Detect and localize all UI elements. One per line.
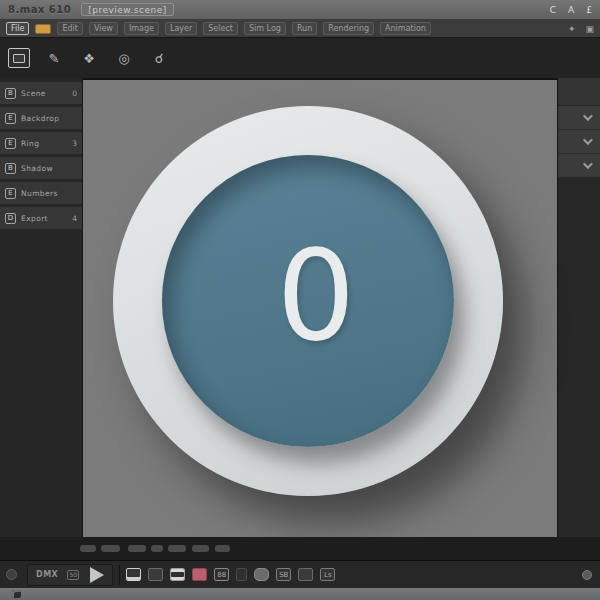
count-badge: 4	[72, 214, 77, 223]
title-bar: 8.max 610 [preview.scene] C A £	[0, 0, 600, 20]
app-window: 8.max 610 [preview.scene] C A £ File Edi…	[0, 0, 600, 600]
layer-icon: B	[5, 163, 16, 174]
panel-toggle-icon[interactable]: ▣	[585, 24, 594, 34]
layer-icon: E	[5, 113, 16, 124]
timeline-segment[interactable]	[80, 545, 96, 552]
timeline-segment[interactable]	[101, 545, 120, 552]
timeline-strip	[0, 537, 600, 560]
timeline-segment[interactable]	[192, 545, 209, 552]
select-tool-button[interactable]	[8, 48, 30, 68]
menu-item-view[interactable]: View	[89, 22, 118, 35]
window-control-1-icon[interactable]: C	[550, 5, 556, 15]
panel-button[interactable]	[298, 568, 313, 581]
window-control-3-icon[interactable]: £	[586, 5, 592, 15]
layer-icon: E	[5, 138, 16, 149]
sidebar-item-numbers[interactable]: E Numbers	[0, 182, 82, 204]
chevron-down-icon	[583, 135, 593, 145]
document-name: [preview.scene]	[81, 3, 173, 16]
layers-sidebar: B Scene 0 E Backdrop E Ring 3 B Shadow E	[0, 78, 82, 537]
app-title: 8.max 610	[8, 4, 71, 15]
sidebar-item-label: Shadow	[21, 164, 75, 173]
ring-tool-button[interactable]: ◎	[113, 48, 135, 68]
menubar-right-controls: ✦ ▣	[568, 24, 594, 34]
canvas-digit: 0	[277, 224, 356, 368]
chevron-down-icon	[583, 111, 593, 121]
frame-counter-icon[interactable]: 50	[67, 570, 79, 580]
color-swatch-button[interactable]	[192, 568, 207, 581]
gradient-tool-button[interactable]: ❖	[78, 48, 100, 68]
timeline-segment[interactable]	[151, 545, 163, 552]
menu-item-file[interactable]: File	[6, 22, 29, 35]
menu-item-select[interactable]: Select	[203, 22, 238, 35]
brush-tool-button[interactable]: ✎	[43, 48, 65, 68]
frame-view-button[interactable]	[126, 568, 141, 581]
rows-view-button[interactable]	[170, 568, 185, 581]
menu-item-edit[interactable]: Edit	[57, 22, 83, 35]
link-button[interactable]	[236, 568, 247, 581]
menu-bar: File Edit View Image Layer Select Sim Lo…	[0, 20, 600, 38]
sidebar-item-label: Ring	[21, 139, 70, 148]
sb-button[interactable]: SB	[276, 568, 291, 581]
sidebar-item-label: Export	[21, 214, 70, 223]
right-panel-header	[558, 78, 600, 106]
mode-label: DMX	[36, 570, 58, 579]
canvas-viewport[interactable]: 0	[82, 78, 558, 537]
timeline-segment[interactable]	[168, 545, 186, 552]
sidebar-item-label: Numbers	[21, 189, 75, 198]
sidebar-item-backdrop[interactable]: E Backdrop	[0, 107, 82, 129]
sidebar-item-label: Scene	[21, 89, 70, 98]
chevron-down-icon	[583, 159, 593, 169]
menu-item-run[interactable]: Run	[292, 22, 317, 35]
menu-item-layer[interactable]: Layer	[165, 22, 197, 35]
right-panel	[558, 78, 600, 537]
panel-section-1[interactable]	[558, 106, 600, 130]
menu-accent-swatch[interactable]	[35, 24, 51, 34]
panel-section-3[interactable]	[558, 154, 600, 178]
status-grip-icon[interactable]	[12, 590, 21, 598]
layer-icon: B	[5, 88, 16, 99]
play-icon[interactable]	[90, 567, 104, 583]
menu-item-rendering[interactable]: Rendering	[323, 22, 374, 35]
menu-item-image[interactable]: Image	[124, 22, 159, 35]
count-badge: 0	[72, 89, 77, 98]
panel-section-2[interactable]	[558, 130, 600, 154]
tool-options-bar: ✎ ❖ ◎ ☌	[0, 38, 600, 78]
settings-knob-icon[interactable]	[582, 570, 592, 580]
sidebar-item-ring[interactable]: E Ring 3	[0, 132, 82, 154]
picker-tool-button[interactable]: ☌	[148, 48, 170, 68]
sidebar-item-shadow[interactable]: B Shadow	[0, 157, 82, 179]
frame-alt-button[interactable]	[148, 568, 163, 581]
sidebar-item-export[interactable]: D Export 4	[0, 207, 82, 229]
grid-button[interactable]: 88	[214, 568, 229, 581]
sidebar-item-label: Backdrop	[21, 114, 75, 123]
ring-tool-icon: ◎	[118, 51, 129, 66]
timeline-segment[interactable]	[215, 545, 230, 552]
toolbar-divider	[119, 565, 120, 585]
layer-icon: E	[5, 188, 16, 199]
mask-button[interactable]	[254, 568, 269, 581]
record-knob-icon[interactable]	[6, 569, 17, 580]
main-area: B Scene 0 E Backdrop E Ring 3 B Shadow E	[0, 78, 600, 537]
menu-item-simlog[interactable]: Sim Log	[244, 22, 286, 35]
window-control-2-icon[interactable]: A	[568, 5, 574, 15]
menu-item-animation[interactable]: Animation	[380, 22, 431, 35]
brush-tool-icon: ✎	[49, 51, 60, 66]
sparkle-icon[interactable]: ✦	[568, 24, 576, 34]
playback-mode-group: DMX 50	[27, 564, 113, 586]
timeline-segment[interactable]	[128, 545, 146, 552]
count-badge: 3	[72, 139, 77, 148]
rectangle-select-icon	[13, 54, 25, 63]
bottom-toolbar: DMX 50 88 SB Ls	[0, 560, 600, 588]
gradient-tool-icon: ❖	[83, 51, 95, 66]
layer-icon: D	[5, 213, 16, 224]
status-bar	[0, 588, 600, 600]
sidebar-item-scene[interactable]: B Scene 0	[0, 82, 82, 104]
picker-tool-icon: ☌	[155, 51, 164, 66]
window-controls: C A £	[550, 5, 592, 15]
layers-button[interactable]: Ls	[320, 568, 335, 581]
